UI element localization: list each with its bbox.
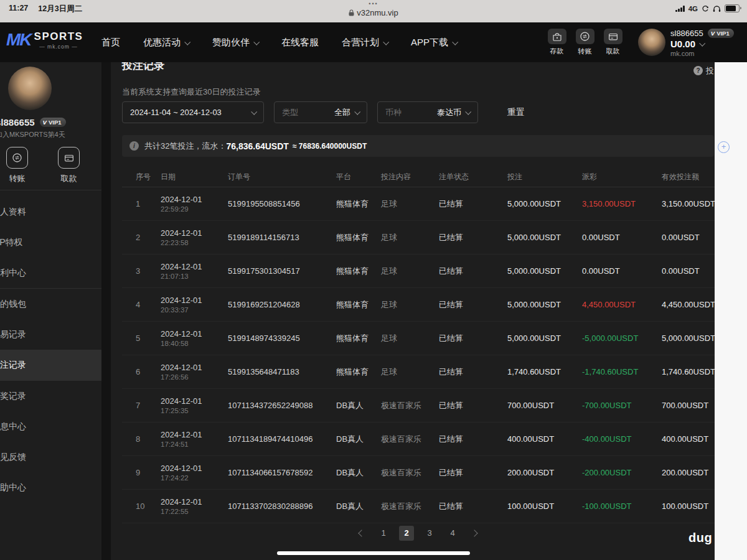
sidebar-item-消息中心[interactable]: 消息中心 [0, 411, 101, 442]
sidebar-item-我的钱包[interactable]: 我的钱包 [0, 289, 101, 319]
cell-status: 已结算 [439, 501, 507, 512]
time-value: 17:24:22 [161, 474, 228, 482]
sidebar-item-投注记录[interactable]: 投注记录 [0, 350, 101, 380]
cell-date: 2024-12-0117:24:22 [161, 464, 228, 482]
cell-platform: DB真人 [336, 467, 381, 478]
nav-menu: 首页优惠活动赞助伙伴在线客服合营计划APP下载 [101, 22, 457, 62]
nav-item-label: APP下载 [411, 37, 448, 49]
help-icon[interactable]: ? [693, 66, 703, 75]
cell-platform: DB真人 [336, 400, 381, 411]
next-page-button[interactable] [471, 530, 477, 536]
transfer-icon [6, 147, 28, 169]
sidebar-item-意见反馈[interactable]: 意见反馈 [0, 442, 101, 472]
cell-content: 足球 [381, 333, 439, 344]
cell-bet: 5,000.00USDT [507, 334, 582, 343]
sidebar-item-label: 帮助中心 [0, 482, 26, 493]
cell-order: 5199169251204628 [228, 300, 336, 309]
logo-domain: — mk.com — [39, 44, 77, 50]
reset-button[interactable]: 重置 [507, 107, 525, 118]
page-button-4[interactable]: 4 [445, 526, 460, 541]
bet-records-table: 序号日期订单号平台投注内容注单状态投注派彩有效投注额 12024-12-0122… [122, 167, 747, 523]
sidebar-item-VIP特权[interactable]: VIP特权 [0, 227, 101, 258]
cell-platform: 熊猫体育 [336, 366, 381, 378]
cell-content: 足球 [381, 366, 439, 378]
column-header-5: 投注内容 [381, 172, 439, 182]
cell-content: 足球 [381, 232, 439, 243]
quick-action-取款[interactable]: 取款 [599, 29, 627, 56]
sidebar-actions: 转账取款 [0, 147, 95, 184]
sidebar-item-label: 交易记录 [0, 329, 26, 340]
column-header-7: 投注 [507, 172, 582, 182]
cell-platform: DB真人 [336, 434, 381, 445]
vip-v-icon: V [711, 30, 715, 37]
type-select[interactable]: 类型 全部 [274, 101, 367, 123]
nav-item-3[interactable]: 赞助伙伴 [212, 37, 258, 49]
sidebar-item-label: 投注记录 [0, 360, 26, 371]
currency-select[interactable]: 币种 泰达币 [377, 101, 478, 123]
cell-date: 2024-12-0118:40:58 [161, 329, 228, 348]
sidebar-item-个人资料[interactable]: 个人资料 [0, 197, 101, 227]
time-value: 17:25:35 [161, 406, 228, 415]
cell-content: 极速百家乐 [381, 467, 439, 478]
sidebar-item-福利中心[interactable]: 福利中心 [0, 258, 101, 288]
cell-status: 已结算 [439, 400, 507, 411]
page-body: sl886655 VVIP1 加入MKSPORTS第4天 转账取款 个人资料VI… [0, 62, 747, 560]
cell-no: 1 [122, 199, 161, 208]
cell-payout: 0.00USDT [582, 266, 662, 276]
cell-date: 2024-12-0122:59:29 [161, 195, 228, 213]
nav-item-label: 首页 [101, 37, 120, 49]
quick-action-转账[interactable]: 转账 [571, 29, 599, 56]
address-bar[interactable]: v32nmu.vip [0, 8, 747, 17]
balance-dropdown[interactable]: U0.00 [670, 39, 734, 49]
cell-payout: 4,450.00USDT [582, 300, 662, 309]
sidebar-action-取款[interactable]: 取款 [58, 147, 80, 184]
sidebar-item-帮助中心[interactable]: 帮助中心 [0, 472, 101, 503]
time-value: 22:59:29 [161, 205, 228, 213]
headphones-icon [713, 5, 721, 12]
table-row: 42024-12-0120:33:375199169251204628熊猫体育足… [122, 288, 747, 322]
sidebar-item-中奖记录[interactable]: 中奖记录 [0, 381, 101, 411]
nav-item-5[interactable]: 合营计划 [342, 37, 388, 49]
nav-item-2[interactable]: 优惠活动 [143, 37, 189, 49]
add-circle-icon[interactable]: + [718, 141, 730, 153]
page-button-1[interactable]: 1 [376, 526, 391, 541]
date-value: 2024-12-01 [161, 329, 228, 339]
summary-prefix: 共计32笔投注，流水： [144, 141, 226, 152]
table-row: 72024-12-0117:25:351071134372652249088DB… [122, 389, 747, 422]
page-button-2[interactable]: 2 [399, 526, 414, 541]
cell-status: 已结算 [439, 299, 507, 310]
battery-icon [725, 4, 740, 12]
nav-item-4[interactable]: 在线客服 [281, 37, 319, 49]
cell-bet: 700.00USDT [507, 401, 582, 410]
avatar[interactable] [638, 29, 665, 56]
username: sl886655 [670, 29, 703, 38]
sidebar-avatar[interactable] [8, 67, 52, 110]
date-range-picker[interactable]: 2024-11-04 ~ 2024-12-03 [122, 101, 264, 123]
chevron-down-icon [251, 109, 257, 115]
top-nav: MK SPORTS — mk.com — 首页优惠活动赞助伙伴在线客服合营计划A… [0, 22, 747, 62]
prev-page-button[interactable] [358, 530, 365, 536]
page-button-3[interactable]: 3 [422, 526, 437, 541]
main-content: 投注记录 ? 投 当前系统支持查询最近30日的投注记录 2024-11-04 ~… [111, 62, 747, 560]
nav-item-label: 在线客服 [281, 37, 319, 49]
logo-mk: MK [6, 30, 31, 50]
cell-platform: 熊猫体育 [336, 266, 381, 277]
brand-logo[interactable]: MK SPORTS — mk.com — [6, 30, 83, 50]
sidebar-item-交易记录[interactable]: 交易记录 [0, 319, 101, 350]
sidebar-item-label: 中奖记录 [0, 391, 26, 402]
sidebar-action-转账[interactable]: 转账 [6, 147, 28, 184]
cell-no: 4 [122, 300, 161, 309]
quick-action-label: 存款 [550, 47, 564, 56]
browser-menu-dots[interactable]: ••• [0, 1, 747, 7]
nav-item-6[interactable]: APP下载 [411, 37, 457, 49]
cell-date: 2024-12-0117:25:35 [161, 396, 228, 415]
cell-platform: DB真人 [336, 501, 381, 512]
home-indicator[interactable] [277, 551, 470, 555]
nav-item-1[interactable]: 首页 [101, 37, 120, 49]
cell-content: 足球 [381, 299, 439, 310]
menu-group-3: 中奖记录消息中心意见反馈帮助中心 [0, 381, 101, 503]
table-header: 序号日期订单号平台投注内容注单状态投注派彩有效投注额 [122, 167, 747, 187]
quick-action-存款[interactable]: 存款 [543, 29, 571, 56]
cell-no: 9 [122, 468, 161, 477]
date-value: 2024-12-01 [161, 430, 228, 440]
